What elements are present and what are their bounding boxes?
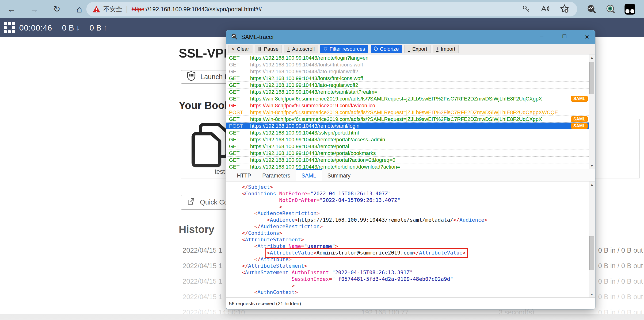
request-row[interactable]: GEThttps://192.168.100.99:10443/remote/l… — [226, 55, 595, 61]
request-row[interactable]: GEThttps://192.168.100.99:10443/lato-reg… — [226, 68, 595, 75]
request-row[interactable]: GEThttps://192.168.100.99:10443/remote/p… — [226, 157, 595, 163]
xml-line: <AuthnStatement AuthnInstant="2022-04-15… — [230, 269, 595, 276]
request-row[interactable]: GEThttps://192.168.100.99:10443/remote/f… — [226, 163, 595, 169]
history-heading: History — [179, 223, 214, 235]
status-bar: 56 requests received (21 hidden) — [226, 297, 595, 309]
history-bytes: 0 B in / 0 B out — [598, 277, 643, 285]
request-row[interactable]: POSThttps://192.168.100.99:10443/remote/… — [226, 123, 595, 129]
xml-line: <Audience>https://192.168.100.99:10443/r… — [230, 217, 595, 223]
read-aloud-icon[interactable] — [540, 5, 550, 14]
history-date: 2022/04/15 1 — [182, 277, 222, 285]
xml-line: <AuthnContext> — [230, 289, 595, 295]
xml-line: SessionIndex="_f0574481-5fd3-4d2a-9199-4… — [230, 276, 595, 282]
xml-line: <Attribute Name="username"> — [230, 243, 595, 249]
tracer-button-import[interactable]: ↓Import — [433, 45, 459, 53]
minimize-button[interactable]: − — [538, 33, 546, 41]
bookmark-label: test — [215, 168, 225, 175]
download-arrow-icon: ↓ — [76, 24, 80, 32]
request-url: https://192.168.100.99:10443/remote/logi… — [250, 55, 588, 61]
search-eye-extension-icon[interactable] — [605, 4, 616, 15]
request-row[interactable]: GEThttps://192.168.100.99:10443/remote/p… — [226, 143, 595, 150]
tracer-button-label: Autoscroll — [292, 46, 315, 52]
tracer-button-autoscroll[interactable]: ↓Autoscroll — [284, 45, 318, 53]
maximize-button[interactable]: □ — [560, 33, 568, 41]
tracer-button-pause[interactable]: Pause — [255, 45, 282, 53]
tracer-titlebar[interactable]: SAML-tracer − □ × — [226, 30, 595, 44]
scrollbar-thumb[interactable] — [589, 236, 594, 270]
password-key-icon[interactable] — [522, 5, 530, 14]
request-url: https://192.168.100.99:10443/remote/saml… — [250, 123, 588, 129]
request-row[interactable]: GEThttps://win-8chjfpovf6r.summerice2019… — [226, 102, 595, 109]
tracer-button-export[interactable]: ↑Export — [404, 45, 430, 53]
request-row[interactable]: GEThttps://192.168.100.99:10443/lato-reg… — [226, 82, 595, 89]
forticlient-shield-icon — [187, 71, 196, 83]
request-method: GET — [229, 55, 249, 61]
home-button[interactable]: ⌂ — [74, 4, 84, 15]
scroll-down-icon[interactable]: ▼ — [589, 291, 595, 297]
request-url: https://192.168.100.99:10443/remote/port… — [250, 136, 588, 143]
request-url: https://win-8chjfpovf6r.summerice2019.co… — [250, 102, 588, 109]
scroll-up-icon[interactable]: ▲ — [589, 181, 595, 188]
xml-scrollbar[interactable]: ▲ ▼ — [589, 181, 595, 297]
tracer-button-filter-resources[interactable]: ▽Filter resources — [320, 45, 368, 53]
request-row[interactable]: GEThttps://192.168.100.99:10443/remote/p… — [226, 150, 595, 157]
history-bytes: 0 B in / 0 B out — [598, 246, 643, 254]
tab-parameters[interactable]: Parameters — [257, 169, 296, 181]
scroll-up-icon[interactable]: ▲ — [589, 55, 595, 61]
fortinet-logo — [4, 22, 15, 33]
back-button[interactable]: ← — [6, 4, 17, 14]
not-secure-warning-icon[interactable] — [92, 6, 100, 13]
request-method: POST — [229, 123, 249, 129]
tracer-toolbar: ×ClearPause↓Autoscroll▽Filter resourcesC… — [226, 44, 595, 55]
request-url: https://192.168.100.99:10443/remote/port… — [250, 157, 588, 163]
close-button[interactable]: × — [583, 33, 591, 41]
request-method: GET — [229, 95, 249, 102]
request-list-scrollbar[interactable]: ▲ ▼ — [589, 55, 595, 169]
refresh-button[interactable]: ↻ — [52, 4, 62, 14]
request-url: https://192.168.100.99:10443/remote/saml… — [250, 89, 588, 95]
browser-toolbar: ← → ↻ ⌂ 不安全 | https ://192.168.100.99:10… — [0, 0, 644, 18]
forward-button[interactable]: → — [29, 4, 40, 14]
saml-xml: </Subject> <Conditions NotBefore="2022-0… — [226, 181, 595, 297]
tab-http[interactable]: HTTP — [231, 169, 257, 181]
request-url: https://win-8chjfpovf6r.summerice2019.co… — [250, 95, 588, 102]
url-scheme: https — [132, 6, 144, 13]
request-row[interactable]: GEThttps://192.168.100.99:10443/fonts/ft… — [226, 75, 595, 82]
address-bar[interactable]: 不安全 | https ://192.168.100.99:10443/sslv… — [86, 2, 577, 17]
xml-line: </AttributeStatement> — [230, 263, 595, 269]
request-row[interactable]: POSThttps://win-8chjfpovf6r.summerice201… — [226, 109, 595, 116]
url-text: ://192.168.100.99:10443/sslvpn/portal.ht… — [144, 6, 262, 13]
scroll-down-icon[interactable]: ▼ — [589, 163, 595, 169]
request-row[interactable]: GEThttps://win-8chjfpovf6r.summerice2019… — [226, 95, 595, 102]
detail-tabs: HTTPParametersSAMLSummary — [226, 169, 595, 181]
tracer-button-clear[interactable]: ×Clear — [228, 45, 252, 53]
tracer-button-colorize[interactable]: Colorize — [371, 45, 402, 53]
request-row[interactable]: GEThttps://win-8chjfpovf6r.summerice2019… — [226, 116, 595, 123]
screen: SSL-VPN Portal Launch FortiClient Your B… — [0, 0, 644, 320]
status-text: 56 requests received (21 hidden) — [229, 301, 301, 306]
request-row[interactable]: GEThttps://192.168.100.99:10443/remote/p… — [226, 136, 595, 143]
droplet-icon — [374, 47, 378, 52]
request-row[interactable]: GEThttps://192.168.100.99:10443/fonts/ft… — [226, 61, 595, 68]
xml-line: </Conditions> — [230, 230, 595, 236]
add-favorite-icon[interactable] — [560, 4, 569, 14]
request-url: https://192.168.100.99:10443/fonts/ftnt-… — [250, 75, 588, 82]
pause-icon — [258, 47, 262, 52]
scrollbar-thumb[interactable] — [589, 62, 594, 94]
tracer-button-label: Clear — [237, 46, 249, 52]
request-list[interactable]: GEThttps://192.168.100.99:10443/remote/l… — [226, 55, 595, 169]
tab-saml[interactable]: SAML — [296, 169, 322, 181]
request-method: GET — [229, 61, 249, 68]
address-separator: | — [126, 5, 128, 13]
saml-tracer-window: SAML-tracer − □ × ×ClearPause↓Autoscroll… — [226, 30, 596, 309]
tab-summary[interactable]: Summary — [322, 169, 356, 181]
request-row[interactable]: GEThttps://192.168.100.99:10443/remote/s… — [226, 89, 595, 95]
request-method: GET — [229, 150, 249, 157]
request-method: GET — [229, 82, 249, 89]
browser-profile-icon[interactable] — [624, 4, 635, 15]
saml-tracer-extension-icon[interactable] — [586, 4, 597, 15]
x-icon: × — [232, 47, 234, 52]
request-method: GET — [229, 143, 249, 150]
request-url: https://192.168.100.99:10443/lato-regula… — [250, 68, 588, 75]
request-row[interactable]: GEThttps://192.168.100.99:10443/sslvpn/p… — [226, 129, 595, 136]
